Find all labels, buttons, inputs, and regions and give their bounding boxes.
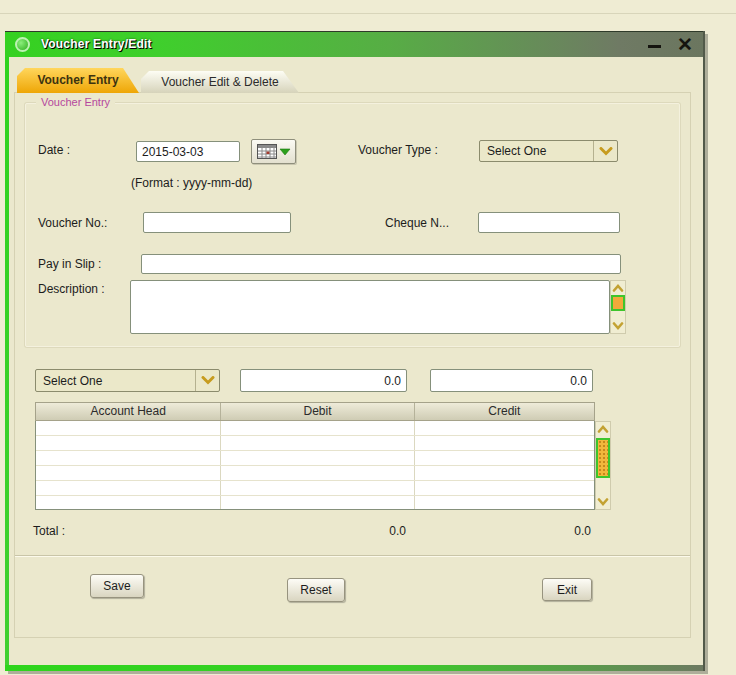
minimize-button[interactable] [643,35,667,55]
background-divider-line [0,13,736,14]
table-cell[interactable] [36,481,221,495]
table-cell[interactable] [36,421,221,435]
table-cell[interactable] [221,451,414,465]
chevron-down-icon [597,498,609,506]
voucher-no-label: Voucher No.: [38,216,107,230]
reset-button[interactable]: Reset [287,578,345,602]
app-icon [15,37,30,52]
table-cell[interactable] [415,466,594,480]
table-cell[interactable] [415,496,594,510]
description-textarea[interactable] [130,280,610,334]
table-cell[interactable] [221,496,414,510]
window-bottom-border [5,665,703,671]
table-row[interactable] [36,466,594,481]
save-button[interactable]: Save [90,574,144,598]
voucher-table-header: Account Head Debit Credit [35,402,595,421]
table-cell[interactable] [36,436,221,450]
chevron-up-icon [612,284,624,292]
chevron-up-icon [597,425,609,433]
table-row[interactable] [36,481,594,496]
account-head-select[interactable]: Select One [35,369,220,392]
scrollbar-thumb[interactable] [611,295,625,311]
scroll-down-button[interactable] [596,495,610,509]
debit-amount-input[interactable] [240,369,407,392]
tab-voucher-entry[interactable]: Voucher Entry [17,68,139,93]
date-label: Date : [38,143,70,157]
chevron-down-icon [201,376,215,385]
column-header-debit[interactable]: Debit [221,403,414,420]
table-cell[interactable] [36,496,221,510]
voucher-type-label: Voucher Type : [358,143,438,157]
table-row[interactable] [36,421,594,436]
scrollbar-thumb[interactable] [596,438,610,478]
table-cell[interactable] [221,481,414,495]
table-cell[interactable] [415,436,594,450]
date-input[interactable] [136,141,240,162]
table-cell[interactable] [36,451,221,465]
voucher-no-input[interactable] [143,212,291,233]
chevron-down-icon [599,147,613,156]
desktop-background: Voucher Entry/Edit ✕ Voucher Entry Vouch… [0,0,736,675]
total-label: Total : [33,524,65,538]
window-title: Voucher Entry/Edit [41,37,152,51]
window-titlebar[interactable]: Voucher Entry/Edit ✕ [5,31,703,57]
voucher-type-selected-value: Select One [487,141,546,161]
groupbox-legend: Voucher Entry [36,96,115,108]
total-credit-value: 0.0 [485,524,591,538]
table-cell[interactable] [36,466,221,480]
table-cell[interactable] [415,451,594,465]
calendar-picker-button[interactable] [251,139,296,164]
column-header-account-head[interactable]: Account Head [36,403,221,420]
scroll-up-button[interactable] [611,281,625,295]
cheque-no-input[interactable] [478,212,620,233]
table-row[interactable] [36,436,594,451]
minimize-icon [648,45,661,48]
button-area-divider [15,555,690,557]
scroll-down-button[interactable] [611,319,625,333]
voucher-table-body[interactable] [35,421,595,510]
table-cell[interactable] [221,436,414,450]
total-debit-value: 0.0 [305,524,406,538]
close-button[interactable]: ✕ [671,32,699,57]
exit-button[interactable]: Exit [542,578,592,601]
account-head-dropdown-button[interactable] [195,370,219,391]
date-format-hint: (Format : yyyy-mm-dd) [131,176,252,190]
voucher-type-dropdown-button[interactable] [593,141,617,161]
tab-voucher-edit-delete[interactable]: Voucher Edit & Delete [141,71,299,93]
account-head-selected-value: Select One [43,370,102,391]
scroll-up-button[interactable] [596,422,610,436]
table-cell[interactable] [221,421,414,435]
table-row[interactable] [36,451,594,466]
table-cell[interactable] [415,481,594,495]
window-left-border [5,57,9,671]
credit-amount-input[interactable] [430,369,593,392]
calendar-icon [257,144,291,160]
voucher-entry-window: Voucher Entry/Edit ✕ Voucher Entry Vouch… [5,31,705,671]
pay-in-slip-input[interactable] [141,254,621,274]
table-cell[interactable] [221,466,414,480]
description-label: Description : [38,282,105,296]
cheque-no-label: Cheque N... [385,216,449,230]
table-cell[interactable] [415,421,594,435]
column-header-credit[interactable]: Credit [415,403,594,420]
voucher-type-select[interactable]: Select One [479,140,618,162]
table-row[interactable] [36,496,594,510]
pay-in-slip-label: Pay in Slip : [38,257,101,271]
chevron-down-icon [612,322,624,330]
description-scrollbar[interactable] [610,280,626,334]
table-scrollbar[interactable] [595,421,611,510]
